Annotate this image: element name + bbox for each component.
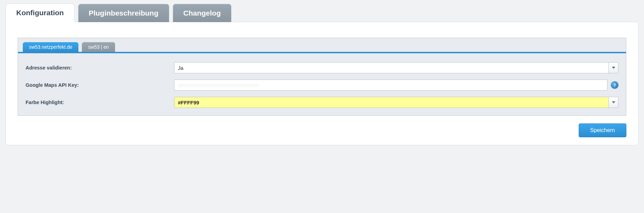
help-icon[interactable]: ? — [611, 81, 618, 89]
tab-changelog[interactable]: Changelog — [173, 4, 232, 22]
select-highlight-color-value[interactable] — [174, 97, 608, 108]
chevron-down-icon[interactable] — [608, 63, 618, 73]
row-highlight-color: Farbe Highlight: — [26, 97, 618, 108]
inner-tab-shop-en[interactable]: sw53 | en — [82, 42, 115, 52]
config-panel: sw53.netzperfekt.de sw53 | en Adresse va… — [6, 22, 638, 145]
tab-konfiguration[interactable]: Konfiguration — [6, 3, 75, 22]
label-api-key: Google Maps API Key: — [26, 82, 174, 88]
config-block: sw53.netzperfekt.de sw53 | en Adresse va… — [18, 38, 626, 116]
button-row: Speichern — [18, 116, 626, 137]
row-api-key: Google Maps API Key: ? — [26, 80, 618, 91]
tab-pluginbeschreibung[interactable]: Pluginbeschreibung — [78, 4, 169, 22]
label-validate-address: Adresse validieren: — [26, 65, 174, 71]
inner-tab-shop-de[interactable]: sw53.netzperfekt.de — [23, 42, 78, 52]
label-highlight-color: Farbe Highlight: — [26, 100, 174, 105]
save-button[interactable]: Speichern — [579, 123, 626, 137]
select-highlight-color[interactable] — [174, 97, 618, 108]
outer-tabs: Konfiguration Pluginbeschreibung Changel… — [6, 3, 638, 22]
select-validate-address-value[interactable] — [174, 63, 608, 73]
row-validate-address: Adresse validieren: — [26, 62, 618, 73]
chevron-down-icon[interactable] — [608, 97, 618, 108]
input-api-key[interactable] — [174, 80, 607, 90]
input-api-key-wrap — [174, 80, 607, 91]
inner-tabs: sw53.netzperfekt.de sw53 | en — [18, 38, 626, 52]
config-form: Adresse validieren: Google Maps API Key: — [18, 53, 626, 115]
select-validate-address[interactable] — [174, 62, 618, 73]
